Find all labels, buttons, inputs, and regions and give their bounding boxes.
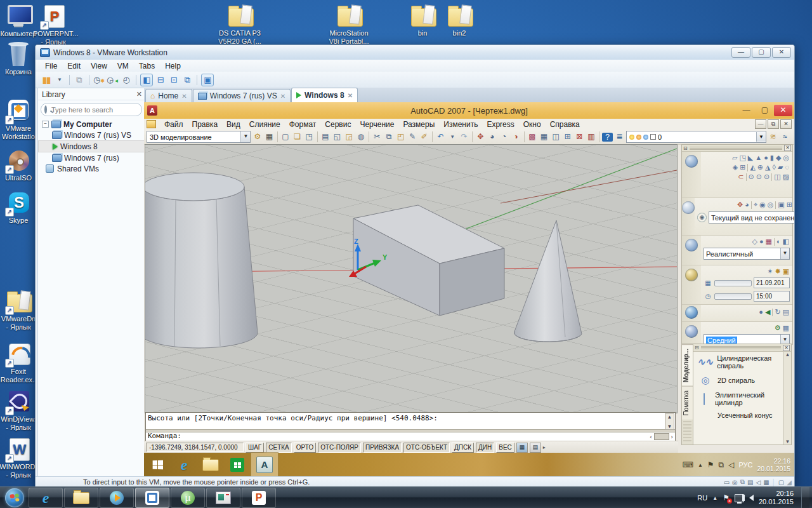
3d-clip-icon[interactable]: ▨	[783, 173, 789, 181]
sun-time-value[interactable]: 15:00	[754, 291, 790, 302]
intersect-icon[interactable]: ⊙	[764, 173, 769, 181]
fly-tool-icon[interactable]: ◎	[768, 201, 774, 209]
tab-home[interactable]: ⌂ Home ✕	[145, 89, 192, 102]
menu-file[interactable]: File	[41, 60, 62, 72]
menu-draw[interactable]: Черчение	[355, 119, 398, 130]
host-explorer-button[interactable]	[64, 488, 98, 508]
thicken-tool-icon[interactable]: ▰	[778, 163, 783, 171]
redo-icon[interactable]: ↷	[459, 131, 469, 142]
undo-dropdown-icon[interactable]: ▼	[447, 131, 458, 142]
close-button[interactable]: ✕	[774, 105, 792, 116]
materials-icon[interactable]	[685, 306, 698, 319]
palette-titlebar[interactable]: ⊟ ✕	[693, 344, 791, 352]
status-menu-icon[interactable]: ▸	[543, 444, 546, 450]
desktop-icon-bin2[interactable]: bin2	[439, 3, 480, 37]
loft-tool-icon[interactable]: ◮	[765, 163, 770, 171]
open-file-icon[interactable]: ❏	[292, 131, 303, 142]
scroll-up-icon[interactable]: ▲	[785, 352, 790, 358]
lineweight-toggle[interactable]: ВЕС	[496, 443, 514, 453]
scroll-thumb[interactable]	[654, 433, 669, 440]
copy-icon[interactable]: ⧉	[384, 131, 395, 142]
3d-make-icon[interactable]	[685, 155, 698, 168]
slice-tool-icon[interactable]: ◊	[773, 163, 776, 171]
union-icon[interactable]: ⊙	[749, 173, 754, 181]
tree-item-win8[interactable]: Windows 8	[38, 140, 145, 152]
resize-grip[interactable]: ◢	[787, 479, 792, 486]
web-publish-icon[interactable]: ◍	[355, 131, 366, 142]
fullscreen-icon[interactable]: ⊡	[168, 74, 180, 86]
desktop-icon-recycle-bin[interactable]: Корзина	[0, 42, 39, 76]
host-ie-button[interactable]: e	[29, 488, 63, 508]
workspace-combo[interactable]: 3D моделирование ▼	[147, 131, 251, 143]
shadow-icon[interactable]: ◐	[776, 237, 781, 246]
take-snapshot-icon[interactable]: ◷✱	[93, 74, 105, 86]
collapse-icon[interactable]: ⊟	[683, 145, 688, 151]
visual-style-combo[interactable]: Реалистичный ▼	[704, 248, 790, 260]
menu-view[interactable]: View	[86, 60, 112, 72]
dashboard-titlebar[interactable]: ⊟ ✕	[682, 145, 792, 152]
parallel-proj-icon[interactable]: ⊞	[787, 201, 792, 209]
menu-express[interactable]: Express	[482, 119, 518, 130]
layers-icon[interactable]: ≣	[614, 131, 625, 142]
close-sidebar-icon[interactable]: ✕	[136, 90, 142, 98]
menu-help[interactable]: Справка	[546, 119, 584, 130]
menu-view[interactable]: Вид	[222, 119, 245, 130]
tree-item-win7vs[interactable]: Windows 7 (rus) VS	[38, 130, 145, 140]
block-editor-icon[interactable]: ✐	[419, 131, 430, 142]
palette-item-elliptical-cylinder[interactable]: Эллиптический цилиндр	[693, 389, 783, 409]
osnap-toggle[interactable]: ПРИВЯЗКА	[363, 443, 402, 453]
tray-expand-icon[interactable]: ▲	[698, 462, 703, 468]
sun-date-slider[interactable]	[714, 280, 752, 286]
convert-tool-icon[interactable]: ◌	[785, 163, 789, 171]
close-icon[interactable]: ✕	[783, 345, 790, 351]
light-list-icon[interactable]: ▣	[783, 267, 789, 276]
search-input[interactable]	[50, 105, 143, 114]
point-light-icon[interactable]: ✶	[767, 267, 773, 276]
sun-date-value[interactable]: 21.09.201	[754, 277, 790, 288]
sphere-tool-icon[interactable]: ●	[764, 154, 768, 162]
close-tab-icon[interactable]: ✕	[181, 93, 187, 100]
apply-material-icon[interactable]: ◀	[765, 308, 770, 316]
collapse-icon[interactable]: ⊟	[695, 345, 699, 351]
snap-toggle[interactable]: ШАГ	[246, 443, 264, 453]
palette-tab-markup[interactable]: Пометка	[682, 386, 693, 420]
grid-toggle[interactable]: СЕТКА	[266, 443, 292, 453]
menu-format[interactable]: Формат	[285, 119, 321, 130]
desktop-icon-ultraiso[interactable]: ↗ UltraISO	[0, 148, 39, 182]
animation-icon[interactable]: ▣	[778, 201, 784, 209]
workspace-lock-icon[interactable]: ▦	[264, 131, 275, 142]
help-icon[interactable]: ?	[602, 133, 613, 142]
show-desktop-button[interactable]	[801, 487, 809, 508]
undo-icon[interactable]: ↶	[435, 131, 446, 142]
host-utorrent-button[interactable]: µ	[171, 488, 205, 508]
named-view-combo[interactable]: Текущий вид не сохранен ▼	[709, 211, 794, 224]
box-tool-icon[interactable]: ◳	[739, 154, 745, 162]
maximize-button[interactable]: ▢	[756, 105, 774, 116]
desktop-icon-skype[interactable]: S↗ Skype	[0, 190, 39, 225]
desktop-icon-windjview[interactable]: ↗ WinDjView.- Ярлык	[0, 389, 39, 432]
action-center-icon[interactable]: ⚑	[707, 460, 714, 469]
drawing-viewport[interactable]: Z Y	[145, 144, 678, 413]
console-view-icon[interactable]: ▣	[201, 74, 214, 86]
host-vmware-button[interactable]	[135, 488, 169, 508]
model-space-icon[interactable]: ▦	[516, 443, 528, 453]
host-powerpoint-button[interactable]: P	[242, 488, 276, 508]
ducs-toggle[interactable]: ДПСК	[452, 443, 474, 453]
sheetset-manager-icon[interactable]: ⊞	[562, 131, 573, 142]
quickcalc-icon[interactable]: ▥	[586, 131, 597, 142]
vmware-titlebar[interactable]: Windows 8 - VMware Workstation — ▢ ✕	[36, 45, 794, 60]
sweep-tool-icon[interactable]: ◭	[750, 163, 755, 171]
host-language-indicator[interactable]: RU	[697, 494, 707, 502]
vm-ie-button[interactable]: e	[171, 453, 197, 477]
camera-tool-icon[interactable]: ◉	[759, 201, 766, 209]
menu-help[interactable]: Help	[160, 60, 185, 72]
vm-language-indicator[interactable]: РУС	[738, 461, 752, 469]
devices-icon[interactable]: ⧉	[74, 74, 85, 86]
power-button[interactable]: ▮▮	[41, 74, 52, 86]
layer-combo[interactable]: 0 ▼	[626, 131, 766, 143]
zoom-tool-icon[interactable]: ◕	[745, 201, 749, 209]
touch-keyboard-icon[interactable]: ⌨	[683, 460, 693, 469]
tree-item-win7rus[interactable]: Windows 7 (rus)	[38, 152, 145, 163]
command-line[interactable]: Высота или [2Точки/Конечная точка оси/Ра…	[145, 412, 676, 442]
vm-explorer-button[interactable]	[197, 453, 224, 477]
